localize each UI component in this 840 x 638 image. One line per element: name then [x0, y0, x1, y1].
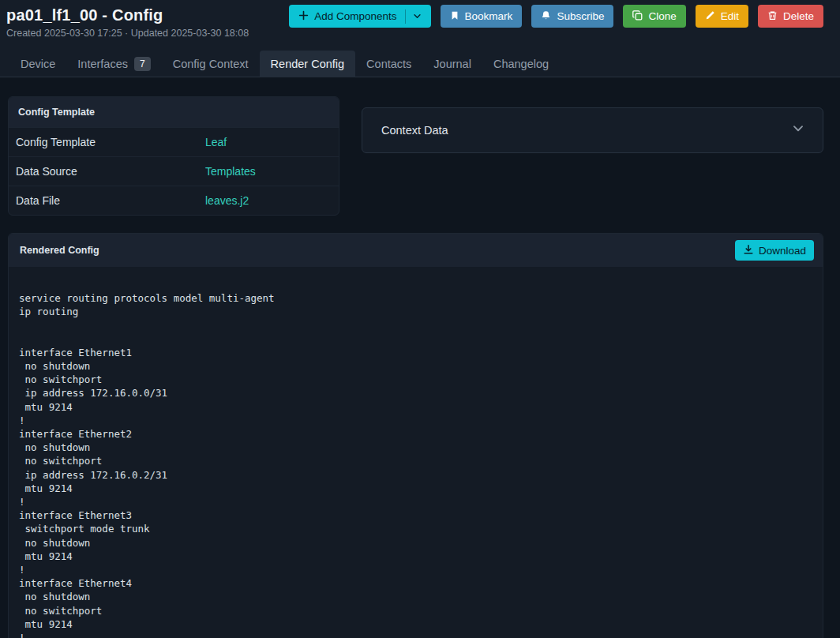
tab-render-config[interactable]: Render Config	[260, 51, 356, 77]
subscribe-button[interactable]: Subscribe	[531, 5, 613, 28]
caret-down-icon	[405, 9, 422, 24]
tab-device-label: Device	[21, 58, 55, 70]
delete-label: Delete	[783, 10, 814, 22]
tab-bar: Device Interfaces 7 Config Context Rende…	[0, 51, 840, 77]
tab-contacts-label: Contacts	[366, 58, 411, 70]
rendered-config-text: service routing protocols model multi-ag…	[9, 267, 823, 638]
interfaces-count-badge: 7	[134, 57, 151, 71]
tab-config-context-label: Config Context	[173, 58, 249, 70]
title-block: pa01_lf1_00 - Config Created 2025-03-30 …	[6, 5, 249, 39]
add-components-button[interactable]: Add Components	[289, 5, 430, 28]
rendered-config-card-header: Rendered Config Download	[9, 234, 823, 267]
config-template-card: Config Template Config Template Leaf Dat…	[8, 96, 339, 216]
context-data-accordion[interactable]: Context Data	[362, 107, 823, 153]
download-label: Download	[759, 245, 806, 257]
tab-changelog-label: Changelog	[493, 58, 549, 70]
data-file-row-label: Data File	[9, 194, 205, 207]
clone-label: Clone	[648, 10, 676, 22]
subscribe-label: Subscribe	[557, 10, 604, 22]
data-file-link[interactable]: leaves.j2	[205, 194, 249, 207]
download-icon	[743, 244, 754, 257]
data-source-row-label: Data Source	[9, 165, 205, 178]
tab-render-config-label: Render Config	[271, 58, 345, 70]
add-components-label: Add Components	[314, 10, 396, 22]
page-title: pa01_lf1_00 - Config	[6, 5, 249, 25]
config-template-link[interactable]: Leaf	[205, 136, 227, 148]
bell-icon	[541, 10, 551, 23]
tab-interfaces-label: Interfaces	[77, 58, 128, 70]
tab-contacts[interactable]: Contacts	[355, 51, 422, 77]
plus-icon	[298, 10, 309, 23]
config-template-row-label: Config Template	[9, 136, 205, 148]
data-source-link[interactable]: Templates	[205, 165, 256, 178]
table-row: Config Template Leaf	[9, 127, 339, 156]
config-template-card-header: Config Template	[9, 97, 339, 127]
bookmark-label: Bookmark	[465, 10, 513, 22]
context-data-title: Context Data	[381, 124, 448, 137]
tab-config-context[interactable]: Config Context	[162, 51, 260, 77]
edit-label: Edit	[721, 10, 739, 22]
copy-icon	[632, 10, 643, 23]
bookmark-icon	[450, 10, 459, 23]
download-button[interactable]: Download	[735, 240, 814, 261]
page-header: pa01_lf1_00 - Config Created 2025-03-30 …	[0, 0, 840, 77]
delete-button[interactable]: Delete	[758, 5, 823, 28]
pencil-icon	[705, 10, 715, 23]
header-actions: Add Components Bookmark Subscribe Clone …	[289, 5, 823, 28]
tab-journal[interactable]: Journal	[422, 51, 482, 77]
tab-changelog[interactable]: Changelog	[482, 51, 560, 77]
rendered-config-card-title: Rendered Config	[20, 245, 99, 256]
edit-button[interactable]: Edit	[696, 5, 748, 28]
rendered-config-card: Rendered Config Download service routing…	[8, 233, 823, 638]
tab-interfaces[interactable]: Interfaces 7	[66, 51, 161, 77]
chevron-down-icon	[791, 122, 805, 139]
trash-icon	[767, 10, 778, 23]
table-row: Data File leaves.j2	[9, 186, 339, 215]
clone-button[interactable]: Clone	[623, 5, 685, 28]
config-template-card-title: Config Template	[18, 107, 95, 118]
tab-journal-label: Journal	[433, 58, 471, 70]
page-subtitle: Created 2025-03-30 17:25 · Updated 2025-…	[6, 28, 249, 39]
main-content: Config Template Config Template Leaf Dat…	[0, 77, 840, 637]
bookmark-button[interactable]: Bookmark	[441, 5, 523, 28]
table-row: Data Source Templates	[9, 156, 339, 186]
tab-device[interactable]: Device	[9, 51, 66, 77]
